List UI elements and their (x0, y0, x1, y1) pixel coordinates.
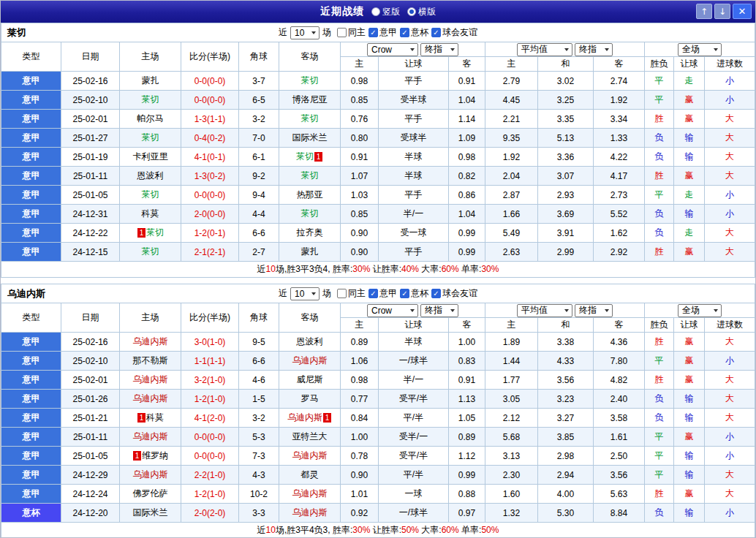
bookmaker-select[interactable]: Crow (367, 43, 418, 56)
avg-draw-odds-cell: 3.56 (538, 371, 594, 390)
result-cell: 负 (645, 409, 674, 428)
red-card-badge: 1 (323, 413, 331, 423)
avg-draw-odds-cell: 3.38 (538, 333, 594, 352)
dropdown-arrow-icon (605, 309, 609, 314)
league-type-cell: 意甲 (1, 352, 61, 371)
avg-away-odds-cell: 1.33 (594, 129, 645, 148)
filter-checkbox-group: 同主✓意甲✓意杯✓球会友谊 (334, 26, 477, 39)
home-team-cell: 莱切 (120, 243, 181, 262)
corner-cell: 2-7 (239, 243, 279, 262)
goals-result-cell: 小 (705, 205, 755, 224)
goals-result-cell: 小 (705, 447, 755, 466)
team-name: 卡利亚里 (133, 151, 168, 162)
date-cell: 25-01-05 (61, 447, 120, 466)
avg-draw-odds-cell: 3.23 (538, 390, 594, 409)
goals-result-cell: 大 (705, 409, 755, 428)
away-odds-cell: 1.12 (449, 447, 485, 466)
result-cell: 胜 (645, 371, 674, 390)
away-team-cell: 都灵 (279, 466, 341, 485)
handicap-result-cell: 赢 (674, 485, 705, 504)
checkbox-label: 意甲 (379, 287, 397, 300)
red-card-badge: 1 (133, 451, 141, 461)
dropdown-arrow-icon (410, 309, 415, 314)
corner-cell: 4-4 (239, 205, 279, 224)
result-cell: 负 (645, 390, 674, 409)
home-team-cell: 恩波利 (120, 167, 181, 186)
league-type-cell: 意甲 (1, 390, 61, 409)
home-odds-cell: 1.06 (341, 352, 379, 371)
avg-odds-stage-select[interactable]: 终指 (575, 43, 613, 56)
layout-radio-group: 竖版横版 (371, 6, 436, 18)
col-header-type: 类型 (1, 42, 61, 72)
home-odds-cell: 0.90 (341, 224, 379, 243)
result-cell: 负 (645, 205, 674, 224)
bookmaker-select[interactable]: Crow (367, 304, 418, 317)
checkbox-label: 意杯 (411, 287, 428, 300)
match-row: 意甲 25-01-11 恩波利 1-3(0-2) 9-2 莱切 1.07 半球 … (1, 167, 755, 186)
match-row: 意甲 25-01-26 乌迪内斯 1-2(1-0) 1-5 罗马 0.77 受平… (1, 390, 755, 409)
league-type-cell: 意甲 (1, 205, 61, 224)
avg-draw-odds-cell: 3.85 (538, 428, 594, 447)
scope-select[interactable]: 全场 (678, 304, 722, 317)
odds-stage-select[interactable]: 终指 (420, 43, 458, 56)
handicap-result-cell: 赢 (674, 243, 705, 262)
handicap-cell: 平手 (379, 186, 449, 205)
home-team-cell: 科莫 (120, 205, 181, 224)
scroll-up-button[interactable]: ↑ (696, 4, 712, 19)
subcol-handicap-result: 让球 (674, 318, 705, 333)
summary-part: 近 (257, 264, 266, 274)
goals-result-cell: 大 (705, 243, 755, 262)
titlebar: 近期战绩 竖版横版 ↑ ↓ ✕ (1, 1, 755, 23)
handicap-result-cell: 赢 (674, 91, 705, 110)
subcol-goals-result: 进球数 (705, 318, 755, 333)
goals-result-cell: 大 (705, 466, 755, 485)
match-row: 意甲 25-02-01 乌迪内斯 3-2(1-0) 4-6 威尼斯 0.98 半… (1, 371, 755, 390)
home-odds-cell: 0.85 (341, 205, 379, 224)
scope-select[interactable]: 全场 (678, 43, 722, 56)
filter-checkbox[interactable]: ✓意杯 (400, 287, 428, 300)
scroll-down-button[interactable]: ↓ (714, 4, 730, 19)
result-cell: 胜 (645, 243, 674, 262)
layout-radio-checked[interactable]: 横版 (407, 6, 436, 18)
handicap-cell: 受球半 (379, 129, 449, 148)
goals-result-cell: 小 (705, 91, 755, 110)
filter-checkbox[interactable]: ✓球会友谊 (431, 26, 477, 39)
team-name: 恩波利 (137, 170, 164, 181)
match-count-select[interactable]: 10 (290, 287, 320, 300)
summary-part: 10 (266, 525, 276, 535)
dropdown-arrow-icon (450, 48, 455, 53)
filter-checkbox[interactable]: 同主 (337, 26, 366, 39)
filter-checkbox[interactable]: ✓意甲 (368, 26, 397, 39)
average-select[interactable]: 平均值 (517, 43, 572, 56)
filter-checkbox[interactable]: ✓球会友谊 (431, 287, 477, 300)
filter-checkbox[interactable]: ✓意甲 (368, 287, 397, 300)
match-row: 意甲 25-02-16 乌迪内斯 3-0(1-0) 9-5 恩波利 0.89 半… (1, 333, 755, 352)
team-name: 乌迪内斯 (133, 393, 168, 404)
avg-home-odds-cell: 2.21 (485, 110, 538, 129)
avg-home-odds-cell: 2.87 (485, 186, 538, 205)
home-odds-cell: 0.90 (341, 466, 379, 485)
summary-part: 60% (442, 264, 459, 274)
average-select[interactable]: 平均值 (517, 304, 572, 317)
date-cell: 25-01-19 (61, 148, 120, 167)
avg-home-odds-cell: 1.89 (485, 333, 538, 352)
col-header-score: 比分(半场) (181, 303, 239, 333)
avg-odds-stage-select[interactable]: 终指 (575, 304, 613, 317)
subcol-avg-draw: 和 (538, 57, 594, 72)
dropdown-arrow-icon (450, 309, 455, 314)
avg-away-odds-cell: 2.73 (594, 186, 645, 205)
odds-stage-select[interactable]: 终指 (420, 304, 458, 317)
summary-part: 50% (481, 525, 499, 535)
layout-radio-unchecked[interactable]: 竖版 (371, 6, 400, 18)
handicap-cell: 一球 (379, 485, 449, 504)
avg-home-odds-cell: 1.77 (485, 371, 538, 390)
subcol-goals-result: 进球数 (705, 57, 755, 72)
filter-checkbox[interactable]: ✓意杯 (400, 26, 428, 39)
match-count-select[interactable]: 10 (290, 26, 320, 39)
home-odds-cell: 0.91 (341, 148, 379, 167)
filter-checkbox[interactable]: 同主 (337, 287, 366, 300)
checkbox-checked-icon: ✓ (431, 289, 441, 298)
close-button[interactable]: ✕ (733, 4, 752, 19)
handicap-result-cell: 输 (674, 466, 705, 485)
league-type-cell: 意甲 (1, 243, 61, 262)
